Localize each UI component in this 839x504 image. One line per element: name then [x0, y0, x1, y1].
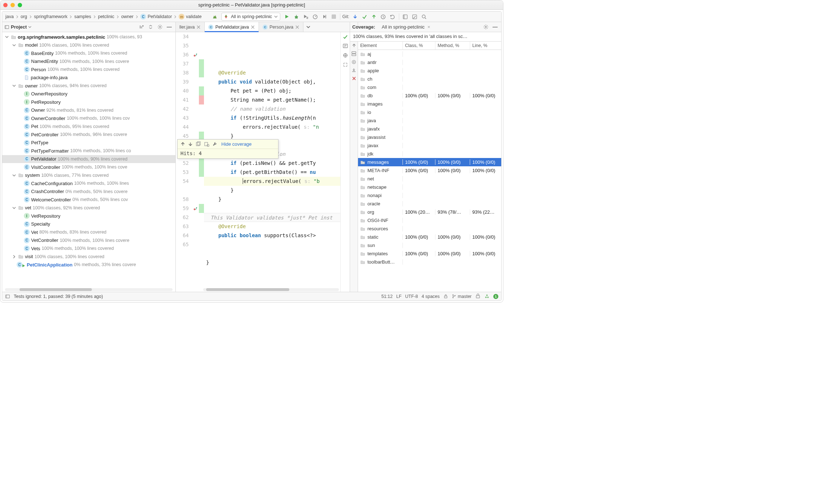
tree-row[interactable]: IVetRepository: [2, 212, 175, 220]
breadcrumb-item[interactable]: owner: [120, 13, 135, 20]
test-status[interactable]: Tests ignored: 1, passed: 39 (5 minutes …: [14, 294, 103, 299]
coverage-row[interactable]: aj: [358, 50, 501, 58]
coverage-row[interactable]: net: [358, 175, 501, 183]
close-tab-icon[interactable]: [295, 25, 299, 29]
line-numbers-gutter[interactable]: 3435363738394041424344455051525354585962…: [176, 32, 192, 292]
tree-row[interactable]: system 100% classes, 77% lines covered: [2, 171, 175, 180]
run-config-selector[interactable]: All in spring-petclinic: [221, 13, 280, 21]
coverage-row[interactable]: io: [358, 108, 501, 116]
lens-icon[interactable]: [342, 52, 348, 58]
tree-row[interactable]: org.springframework.samples.petclinic 10…: [2, 33, 175, 41]
coverage-row[interactable]: org100% (20…93% (78/…93% (22…: [358, 208, 501, 216]
coverage-row[interactable]: templates100% (0/0)100% (0/0)100% (0/0): [358, 249, 501, 258]
tree-row[interactable]: CBaseEntity 100% methods, 100% lines cov…: [2, 49, 175, 57]
tree-row[interactable]: COwnerController 100% methods, 100% line…: [2, 114, 175, 123]
coverage-row[interactable]: javax: [358, 141, 501, 150]
tree-row[interactable]: CSpecialty: [2, 220, 175, 228]
tree-row[interactable]: CPerson 100% methods, 100% lines covered: [2, 65, 175, 74]
breadcrumb-item[interactable]: springframework: [33, 13, 68, 20]
coverage-row[interactable]: oracle: [358, 200, 501, 208]
hide-panel-button[interactable]: [165, 25, 173, 30]
close-tab-icon[interactable]: [251, 25, 255, 29]
coverage-col-header[interactable]: Element: [358, 42, 403, 50]
glyph-gutter[interactable]: [192, 32, 199, 292]
next-hit-button[interactable]: [188, 142, 193, 146]
avatar-button[interactable]: [410, 12, 419, 21]
breadcrumb-item[interactable]: petclinic: [97, 13, 115, 20]
close-run-icon[interactable]: ×: [427, 24, 430, 30]
editor-tab[interactable]: CPetValidator.java: [205, 22, 259, 32]
vcs-update-button[interactable]: [351, 12, 359, 21]
line-separator[interactable]: LF: [396, 294, 402, 299]
coverage-row[interactable]: netscape: [358, 183, 501, 191]
prev-hit-button[interactable]: [180, 142, 185, 146]
breadcrumb-item[interactable]: org: [20, 13, 28, 20]
coverage-col-header[interactable]: Line, %: [470, 42, 501, 50]
project-view-icon[interactable]: [4, 25, 9, 30]
debug-button[interactable]: [292, 12, 301, 21]
breadcrumb-item[interactable]: mvalidate: [178, 13, 203, 20]
memory-indicator[interactable]: [475, 294, 481, 299]
tool-windows-icon[interactable]: [5, 294, 10, 299]
build-button[interactable]: [210, 12, 219, 21]
stop-button[interactable]: [329, 12, 338, 21]
vcs-history-button[interactable]: [379, 12, 388, 21]
inspection-ok-icon[interactable]: [343, 34, 348, 39]
profile-button[interactable]: [311, 12, 319, 21]
tree-row[interactable]: visit 100% classes, 100% lines covered: [2, 253, 175, 261]
run-button[interactable]: [282, 12, 291, 21]
editor-tab[interactable]: ller.java: [176, 22, 205, 32]
coverage-row[interactable]: java: [358, 116, 501, 125]
caret-position[interactable]: 51:12: [381, 294, 392, 299]
wrench-icon[interactable]: [212, 141, 218, 147]
attach-button[interactable]: [320, 12, 329, 21]
coverage-table[interactable]: ElementClass, %Method, %Line, % ajantlra…: [358, 42, 501, 292]
coverage-row[interactable]: images: [358, 100, 501, 108]
structure-button[interactable]: [401, 12, 410, 21]
tree-row[interactable]: vet 100% classes, 92% lines covered: [2, 204, 175, 212]
coverage-row[interactable]: com: [358, 83, 501, 91]
reader-mode-icon[interactable]: [342, 43, 348, 49]
coverage-row[interactable]: META-INF100% (0/0)100% (0/0)100% (0/0): [358, 166, 501, 175]
horizontal-scrollbar[interactable]: [5, 288, 173, 291]
up-icon[interactable]: [352, 43, 357, 48]
coverage-run-name[interactable]: All in spring-petclinic: [382, 24, 425, 30]
breadcrumb[interactable]: javaorgspringframeworksamplespetclinicow…: [4, 13, 203, 20]
tree-row[interactable]: CVets 100% methods, 100% lines covered: [2, 244, 175, 253]
expand-icon[interactable]: [342, 62, 348, 68]
tree-row[interactable]: CPetType: [2, 139, 175, 147]
hide-coverage-link[interactable]: Hide coverage: [221, 141, 252, 147]
coverage-row[interactable]: db100% (0/0)100% (0/0)100% (0/0): [358, 91, 501, 100]
chevron-down-icon[interactable]: [28, 25, 31, 29]
readonly-toggle[interactable]: [443, 294, 448, 299]
indent[interactable]: 4 spaces: [422, 294, 440, 299]
tree-row[interactable]: COwner 92% methods, 81% lines covered: [2, 106, 175, 115]
tree-row[interactable]: CNamedEntity 100% methods, 100% lines co…: [2, 57, 175, 66]
settings-button[interactable]: [156, 24, 164, 30]
code-editor[interactable]: 3435363738394041424344455051525354585962…: [176, 32, 350, 292]
expand-all-button[interactable]: [146, 24, 154, 30]
tree-row[interactable]: owner 100% classes, 94% lines covered: [2, 82, 175, 90]
tree-row[interactable]: model 100% classes, 100% lines covered: [2, 41, 175, 50]
select-open-file-button[interactable]: [137, 24, 145, 30]
coverage-row[interactable]: apple: [358, 67, 501, 75]
coverage-row[interactable]: messages100% (0/0)100% (0/0)100% (0/0): [358, 158, 501, 166]
coverage-row[interactable]: javafx: [358, 125, 501, 133]
tree-row[interactable]: CPet 100% methods, 95% lines covered: [2, 123, 175, 131]
bytecode-button[interactable]: [196, 141, 201, 147]
close-tab-icon[interactable]: [196, 25, 201, 29]
flatten-icon[interactable]: [351, 51, 357, 56]
close-icon[interactable]: [352, 76, 357, 81]
tree-row[interactable]: CWelcomeController 0% methods, 50% lines…: [2, 196, 175, 204]
vcs-push-button[interactable]: [370, 12, 378, 21]
editor-scrollbar[interactable]: [203, 288, 339, 291]
tree-row[interactable]: CVisitController 100% methods, 100% line…: [2, 163, 175, 171]
vcs-commit-button[interactable]: [360, 12, 369, 21]
coverage-run-button[interactable]: [301, 12, 310, 21]
tree-row[interactable]: CVetController 100% methods, 100% lines …: [2, 236, 175, 245]
coverage-col-header[interactable]: Class, %: [403, 42, 435, 50]
edit-colors-button[interactable]: [204, 141, 209, 147]
tree-row[interactable]: CPetController 100% methods, 96% lines c…: [2, 131, 175, 139]
coverage-row[interactable]: sun: [358, 241, 501, 249]
coverage-col-header[interactable]: Method, %: [435, 42, 470, 50]
